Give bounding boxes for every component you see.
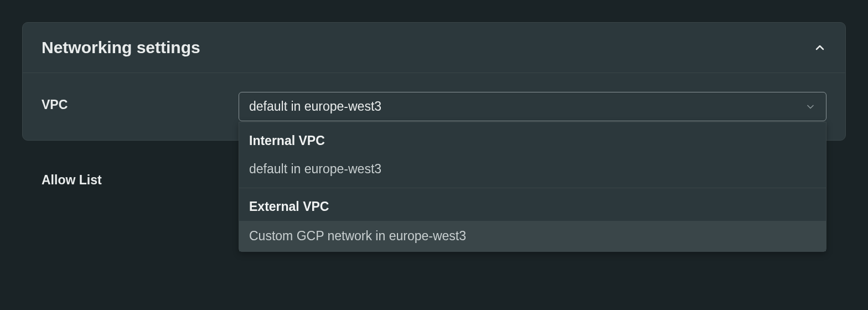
dropdown-group-label: Internal VPC	[239, 122, 826, 155]
allow-list-label: Allow List	[42, 173, 102, 188]
networking-settings-panel: Networking settings VPC default in europ…	[22, 22, 846, 141]
dropdown-option-default[interactable]: default in europe-west3	[239, 155, 826, 188]
vpc-row: VPC default in europe-west3 Internal VPC…	[42, 92, 826, 121]
dropdown-group-external: External VPC Custom GCP network in europ…	[239, 188, 826, 251]
panel-header[interactable]: Networking settings	[23, 23, 845, 73]
panel-title: Networking settings	[42, 38, 200, 57]
dropdown-group-label: External VPC	[239, 188, 826, 221]
chevron-down-icon	[805, 101, 816, 112]
vpc-control: default in europe-west3 Internal VPC def…	[239, 92, 826, 121]
dropdown-group-internal: Internal VPC default in europe-west3	[239, 122, 826, 188]
panel-body: VPC default in europe-west3 Internal VPC…	[23, 73, 845, 140]
vpc-select[interactable]: default in europe-west3	[239, 92, 826, 121]
chevron-up-icon[interactable]	[813, 41, 826, 54]
dropdown-option-custom-gcp[interactable]: Custom GCP network in europe-west3	[239, 221, 826, 251]
vpc-selected-value: default in europe-west3	[249, 99, 381, 114]
vpc-dropdown: Internal VPC default in europe-west3 Ext…	[239, 122, 826, 252]
vpc-label: VPC	[42, 92, 239, 112]
